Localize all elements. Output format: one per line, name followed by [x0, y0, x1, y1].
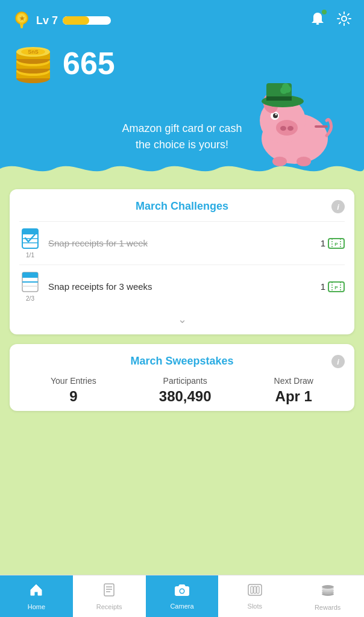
- nav-receipts[interactable]: Receipts: [73, 575, 146, 617]
- svg-point-22: [287, 126, 293, 131]
- challenges-title: March Challenges: [136, 200, 228, 213]
- checklist-completed-icon: [20, 228, 40, 251]
- nav-camera[interactable]: Camera: [146, 575, 219, 617]
- sweepstakes-stats: Your Entries 9 Participants 380,490 Next…: [19, 376, 345, 405]
- coins-count: 665: [63, 45, 115, 81]
- sweepstakes-title-row: March Sweepstakes i: [19, 355, 345, 368]
- checklist-partial-icon: [20, 271, 40, 294]
- header-icons: [310, 11, 352, 30]
- tagline-line2: the choice is yours!: [136, 139, 228, 151]
- svg-text:SnS: SnS: [28, 49, 39, 55]
- svg-point-33: [283, 87, 288, 92]
- challenge-row-1: 1/1 Snap receipts for 1 week 1 P: [19, 221, 345, 265]
- challenge-row-2: 2/3 Snap receipts for 3 weeks 1 P: [19, 265, 345, 308]
- march-challenges-card: March Challenges i 1/1 Snap receipt: [10, 189, 354, 334]
- ribbon-icon: ★: [12, 11, 31, 30]
- challenge-1-progress-label: 1/1: [26, 252, 34, 258]
- march-sweepstakes-card: March Sweepstakes i Your Entries 9 Parti…: [10, 344, 354, 411]
- xp-bar-fill: [63, 16, 89, 25]
- bottom-nav: Home Receipts Camera: [0, 575, 364, 617]
- challenge-2-reward: 1 P: [321, 281, 345, 293]
- svg-rect-36: [315, 125, 328, 128]
- challenges-info-icon[interactable]: i: [331, 200, 345, 213]
- nav-home-label: Home: [28, 603, 45, 610]
- stat-your-entries-value: 9: [51, 388, 96, 405]
- svg-point-70: [322, 585, 334, 589]
- challenges-title-row: March Challenges i: [19, 200, 345, 213]
- pig-mascot: [243, 72, 340, 169]
- challenge-2-text: Snap receipts for 3 weeks: [48, 281, 313, 292]
- challenge-2-reward-count: 1: [321, 281, 325, 292]
- coin-stack-icon: SnS: [12, 42, 54, 84]
- level-text: Lv 7: [36, 14, 58, 27]
- expand-challenges-button[interactable]: ⌄: [19, 308, 345, 328]
- challenge-1-text: Snap receipts for 1 week: [48, 238, 313, 248]
- header-bar: ★ Lv 7: [12, 11, 352, 30]
- svg-rect-63: [251, 586, 253, 594]
- svg-text:P: P: [334, 285, 338, 290]
- nav-slots-label: Slots: [248, 603, 262, 610]
- svg-point-21: [280, 126, 286, 131]
- chevron-down-icon: ⌄: [178, 313, 187, 326]
- svg-rect-55: [104, 584, 114, 596]
- home-icon: [29, 583, 43, 601]
- svg-rect-29: [266, 96, 292, 101]
- rewards-icon: [320, 582, 336, 601]
- nav-home[interactable]: Home: [0, 575, 73, 617]
- svg-point-6: [342, 16, 347, 21]
- nav-rewards-label: Rewards: [315, 604, 340, 611]
- challenge-2-progress: 2/3: [19, 271, 41, 302]
- camera-icon: [174, 583, 190, 600]
- stat-next-draw: Next Draw Apr 1: [274, 376, 313, 405]
- stat-participants: Participants 380,490: [159, 376, 212, 405]
- stat-your-entries: Your Entries 9: [51, 376, 96, 405]
- svg-rect-41: [22, 229, 38, 234]
- tagline-line1: Amazon gift card or cash: [122, 122, 242, 134]
- svg-rect-65: [257, 586, 259, 594]
- notification-dot: [322, 10, 327, 14]
- svg-point-5: [316, 23, 319, 25]
- stat-your-entries-label: Your Entries: [51, 376, 96, 386]
- sweepstakes-title: March Sweepstakes: [130, 355, 233, 368]
- wavy-divider: [0, 160, 364, 178]
- content-area: March Challenges i 1/1 Snap receipt: [0, 177, 364, 575]
- stat-next-draw-value: Apr 1: [274, 388, 313, 405]
- nav-receipts-label: Receipts: [96, 603, 122, 610]
- svg-text:P: P: [334, 242, 338, 247]
- svg-point-20: [276, 120, 298, 136]
- hero-section: ★ Lv 7: [0, 0, 364, 177]
- nav-slots[interactable]: Slots: [218, 575, 291, 617]
- svg-rect-64: [254, 586, 256, 594]
- sweepstakes-info-icon[interactable]: i: [331, 355, 345, 368]
- stat-participants-value: 380,490: [159, 388, 212, 405]
- bell-icon[interactable]: [310, 11, 325, 30]
- ticket-icon-2: P: [328, 281, 345, 293]
- challenge-2-progress-label: 2/3: [26, 295, 34, 302]
- gear-icon[interactable]: [336, 11, 352, 30]
- stat-next-draw-label: Next Draw: [274, 376, 313, 386]
- ticket-icon-1: P: [328, 237, 345, 249]
- receipts-icon: [102, 583, 116, 601]
- svg-rect-50: [22, 272, 38, 277]
- slots-icon: [247, 583, 263, 600]
- svg-point-61: [180, 589, 184, 593]
- nav-camera-label: Camera: [170, 603, 193, 610]
- svg-point-25: [275, 114, 277, 116]
- xp-bar: [63, 16, 111, 25]
- stat-participants-label: Participants: [159, 376, 212, 386]
- svg-text:★: ★: [19, 15, 25, 22]
- level-area: ★ Lv 7: [12, 11, 111, 30]
- challenge-1-progress: 1/1: [19, 228, 41, 258]
- nav-rewards[interactable]: Rewards: [291, 575, 364, 617]
- challenge-1-reward-count: 1: [321, 238, 325, 248]
- challenge-1-reward: 1 P: [321, 237, 345, 249]
